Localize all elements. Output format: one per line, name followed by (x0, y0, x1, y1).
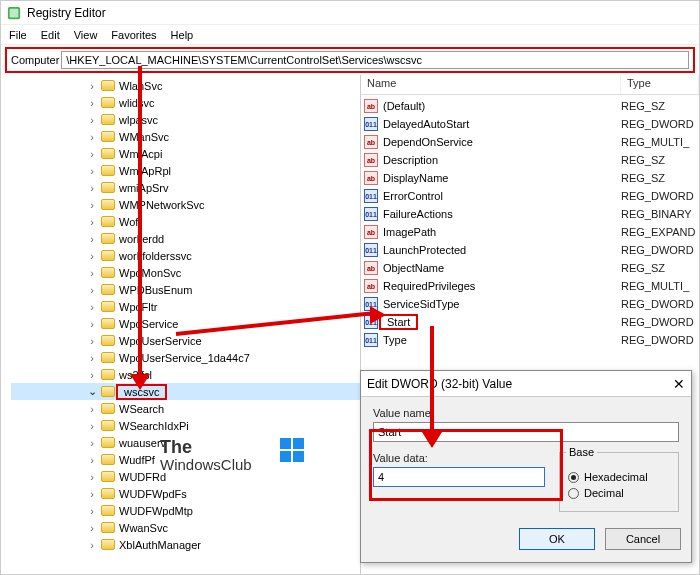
value-row[interactable]: abObjectNameREG_SZ (361, 259, 699, 277)
chevron-down-icon[interactable]: ⌄ (87, 385, 97, 398)
chevron-right-icon[interactable]: › (87, 437, 97, 449)
tree-item-wpduserservice[interactable]: ›WpdUserService (11, 332, 360, 349)
tree-item-wsearchidxpi[interactable]: ›WSearchIdxPi (11, 417, 360, 434)
value-row[interactable]: abRequiredPrivilegesREG_MULTI_ (361, 277, 699, 295)
chevron-right-icon[interactable]: › (87, 165, 97, 177)
windows-logo-icon (280, 438, 306, 464)
chevron-right-icon[interactable]: › (87, 522, 97, 534)
tree-item-wmansvc[interactable]: ›WManSvc (11, 128, 360, 145)
values-list[interactable]: ab(Default)REG_SZ011DelayedAutoStartREG_… (361, 95, 699, 349)
tree-item-wlidsvc[interactable]: ›wlidsvc (11, 94, 360, 111)
dialog-body: Value name: Value data: Base Hexadecimal… (361, 397, 691, 518)
col-header-type[interactable]: Type (621, 75, 699, 94)
chevron-right-icon[interactable]: › (87, 454, 97, 466)
value-type: REG_DWORD (621, 190, 699, 202)
chevron-right-icon[interactable]: › (87, 216, 97, 228)
value-type: REG_MULTI_ (621, 136, 699, 148)
chevron-right-icon[interactable]: › (87, 250, 97, 262)
value-type: REG_SZ (621, 172, 699, 184)
chevron-right-icon[interactable]: › (87, 318, 97, 330)
tree-item-wudfwpdfs[interactable]: ›WUDFWpdFs (11, 485, 360, 502)
value-row[interactable]: 011TypeREG_DWORD (361, 331, 699, 349)
col-header-name[interactable]: Name (361, 75, 621, 94)
menu-view[interactable]: View (68, 27, 104, 43)
value-row[interactable]: 011ServiceSidTypeREG_DWORD (361, 295, 699, 313)
tree-item-label: WlanSvc (119, 80, 162, 92)
value-row[interactable]: 011LaunchProtectedREG_DWORD (361, 241, 699, 259)
chevron-right-icon[interactable]: › (87, 284, 97, 296)
menu-edit[interactable]: Edit (35, 27, 66, 43)
chevron-right-icon[interactable]: › (87, 199, 97, 211)
value-name: ObjectName (381, 262, 621, 274)
value-type: REG_DWORD (621, 316, 699, 328)
tree-item-wmiapsrv[interactable]: ›wmiApSrv (11, 179, 360, 196)
value-name: Description (381, 154, 621, 166)
chevron-right-icon[interactable]: › (87, 301, 97, 313)
value-row[interactable]: 011DelayedAutoStartREG_DWORD (361, 115, 699, 133)
value-row[interactable]: abImagePathREG_EXPAND (361, 223, 699, 241)
tree-item-wudfwpdmtp[interactable]: ›WUDFWpdMtp (11, 502, 360, 519)
tree-item-wpdbusenum[interactable]: ›WPDBusEnum (11, 281, 360, 298)
tree-item-workerdd[interactable]: ›workerdd (11, 230, 360, 247)
tree-item-wlpasvc[interactable]: ›wlpasvc (11, 111, 360, 128)
tree-pane[interactable]: ›WlanSvc›wlidsvc›wlpasvc›WManSvc›WmiAcpi… (1, 75, 361, 574)
tree-item-label: ws2ifsl (119, 369, 152, 381)
tree-item-wof[interactable]: ›Wof (11, 213, 360, 230)
tree-item-wpduserservice_1da44c7[interactable]: ›WpdUserService_1da44c7 (11, 349, 360, 366)
value-row[interactable]: abDependOnServiceREG_MULTI_ (361, 133, 699, 151)
chevron-right-icon[interactable]: › (87, 488, 97, 500)
folder-icon (101, 386, 115, 397)
chevron-right-icon[interactable]: › (87, 505, 97, 517)
tree-item-wlansvc[interactable]: ›WlanSvc (11, 77, 360, 94)
radio-dot-icon (568, 488, 579, 499)
tree-item-ws2ifsl[interactable]: ›ws2ifsl (11, 366, 360, 383)
chevron-right-icon[interactable]: › (87, 114, 97, 126)
value-row[interactable]: abDisplayNameREG_SZ (361, 169, 699, 187)
chevron-right-icon[interactable]: › (87, 97, 97, 109)
tree-item-wpdservice[interactable]: ›WpdService (11, 315, 360, 332)
chevron-right-icon[interactable]: › (87, 182, 97, 194)
tree-item-wmpnetworksvc[interactable]: ›WMPNetworkSvc (11, 196, 360, 213)
close-icon[interactable]: ✕ (655, 376, 685, 392)
tree-item-wpdfltr[interactable]: ›WpdFltr (11, 298, 360, 315)
tree-item-label: wmiApSrv (119, 182, 169, 194)
radio-dec[interactable]: Decimal (568, 487, 670, 499)
chevron-right-icon[interactable]: › (87, 267, 97, 279)
tree-item-wscsvc[interactable]: ⌄wscsvc (11, 383, 360, 400)
value-row[interactable]: 011StartREG_DWORD (361, 313, 699, 331)
chevron-right-icon[interactable]: › (87, 233, 97, 245)
cancel-button[interactable]: Cancel (605, 528, 681, 550)
folder-icon (101, 352, 115, 363)
value-data-input[interactable] (373, 467, 545, 487)
tree-item-wmiaprpl[interactable]: ›WmiApRpl (11, 162, 360, 179)
tree-item-wmiacpi[interactable]: ›WmiAcpi (11, 145, 360, 162)
tree-item-wwansvc[interactable]: ›WwanSvc (11, 519, 360, 536)
radio-hex[interactable]: Hexadecimal (568, 471, 670, 483)
chevron-right-icon[interactable]: › (87, 352, 97, 364)
value-row[interactable]: abDescriptionREG_SZ (361, 151, 699, 169)
menu-help[interactable]: Help (165, 27, 200, 43)
value-name-input[interactable] (373, 422, 679, 442)
tree-item-wsearch[interactable]: ›WSearch (11, 400, 360, 417)
chevron-right-icon[interactable]: › (87, 148, 97, 160)
chevron-right-icon[interactable]: › (87, 335, 97, 347)
value-row[interactable]: ab(Default)REG_SZ (361, 97, 699, 115)
chevron-right-icon[interactable]: › (87, 403, 97, 415)
chevron-right-icon[interactable]: › (87, 369, 97, 381)
value-row[interactable]: 011FailureActionsREG_BINARY (361, 205, 699, 223)
chevron-right-icon[interactable]: › (87, 80, 97, 92)
menu-favorites[interactable]: Favorites (105, 27, 162, 43)
menu-file[interactable]: File (3, 27, 33, 43)
chevron-right-icon[interactable]: › (87, 420, 97, 432)
titlebar: Registry Editor (1, 1, 699, 25)
chevron-right-icon[interactable]: › (87, 471, 97, 483)
value-row[interactable]: 011ErrorControlREG_DWORD (361, 187, 699, 205)
chevron-right-icon[interactable]: › (87, 131, 97, 143)
addressbar-path[interactable]: \HKEY_LOCAL_MACHINE\SYSTEM\CurrentContro… (61, 51, 689, 69)
tree-item-xblauthmanager[interactable]: ›XblAuthManager (11, 536, 360, 553)
folder-icon (101, 80, 115, 91)
ok-button[interactable]: OK (519, 528, 595, 550)
chevron-right-icon[interactable]: › (87, 539, 97, 551)
tree-item-wpdmonsvc[interactable]: ›WpdMonSvc (11, 264, 360, 281)
tree-item-workfolderssvc[interactable]: ›workfolderssvc (11, 247, 360, 264)
